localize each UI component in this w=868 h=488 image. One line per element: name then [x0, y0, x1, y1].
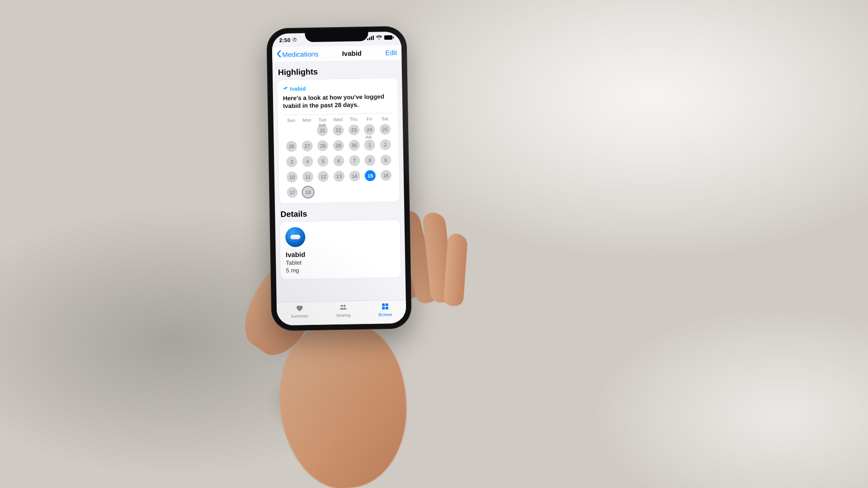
app-screen: 2:50: [272, 32, 406, 326]
calendar-day[interactable]: 8: [364, 155, 375, 165]
calendar-day[interactable]: 4: [302, 156, 313, 167]
calendar-day[interactable]: 10: [287, 171, 297, 182]
calendar-day[interactable]: 25: [380, 124, 391, 135]
svg-rect-1: [367, 38, 368, 40]
dow-mon: Mon: [299, 117, 315, 123]
svg-point-10: [344, 305, 346, 307]
calendar-cell: 25: [377, 124, 393, 135]
calendar-day[interactable]: 3: [286, 156, 297, 167]
tab-sharing[interactable]: Sharing: [336, 303, 351, 318]
highlights-heading: Highlights: [278, 66, 397, 78]
edit-button[interactable]: Edit: [385, 49, 397, 56]
tab-bar: Summary Sharing Browse: [277, 300, 406, 325]
calendar-cell: 2: [377, 139, 393, 150]
heart-icon: [294, 304, 304, 313]
calendar-day[interactable]: 6: [333, 155, 344, 166]
calendar-cell: 4: [300, 156, 316, 167]
calendar-day[interactable]: 12: [318, 171, 329, 182]
svg-point-9: [341, 305, 343, 307]
dnd-icon: [292, 37, 297, 43]
calendar-day[interactable]: 11: [302, 171, 313, 182]
med-chip: Ivabid: [283, 84, 392, 92]
calendar-day[interactable]: 9: [380, 155, 391, 165]
grid-icon: [380, 302, 390, 311]
calendar-cell: 9: [378, 155, 394, 166]
calendar-day[interactable]: 28: [317, 140, 328, 151]
calendar-cell: 3: [284, 156, 300, 167]
calendar-day[interactable]: 24: [364, 124, 375, 135]
calendar-day[interactable]: 14: [349, 170, 360, 181]
tab-summary[interactable]: Summary: [291, 304, 308, 319]
content-scroll[interactable]: Highlights Ivabid Here's a look at how y…: [273, 61, 406, 302]
details-heading: Details: [280, 207, 400, 219]
chevron-left-icon: [277, 50, 281, 59]
calendar-cell: 11: [300, 171, 316, 183]
calendar-day[interactable]: 23: [348, 124, 359, 135]
tab-browse[interactable]: Browse: [378, 302, 392, 317]
medication-form: Tablet: [286, 258, 395, 266]
calendar-cell: 30: [346, 140, 362, 151]
hand-shadow: [230, 333, 439, 462]
calendar-cell: 18: [300, 187, 316, 198]
svg-rect-3: [371, 36, 372, 40]
svg-rect-6: [385, 36, 391, 39]
back-button[interactable]: Medications: [277, 50, 318, 59]
calendar-cell: 12: [316, 171, 331, 182]
calendar-cell: 10: [284, 171, 300, 183]
calendar-cell: 17: [284, 187, 300, 198]
calendar-day[interactable]: 15: [365, 170, 376, 181]
dow-wed: Wed: [330, 117, 346, 122]
cellular-icon: [367, 36, 374, 40]
calendar-cell: 5: [315, 155, 331, 167]
calendar-day[interactable]: 29: [333, 140, 344, 151]
battery-icon: [384, 35, 394, 40]
svg-rect-2: [369, 38, 370, 40]
medication-strength: 5 mg: [286, 265, 395, 274]
calendar-day[interactable]: 13: [334, 171, 344, 182]
dow-tue: Tue: [315, 117, 330, 122]
calendar-day[interactable]: 1: [364, 139, 375, 150]
calendar-cell: 7: [346, 155, 362, 166]
calendar-day[interactable]: 7: [349, 155, 360, 166]
calendar-day[interactable]: 18: [302, 187, 313, 197]
calendar-day[interactable]: 26: [286, 141, 297, 151]
calendar-day[interactable]: 30: [349, 140, 359, 150]
calendar-grid: JUN JUL 21222324252627282930123456789101…: [283, 124, 394, 198]
medication-name: Ivabid: [286, 249, 395, 258]
device-notch: [305, 28, 368, 42]
calendar-day[interactable]: 16: [380, 170, 391, 181]
calendar-cell: 22: [330, 124, 346, 136]
dow-sun: Sun: [283, 117, 299, 123]
med-chip-label: Ivabid: [290, 85, 306, 92]
calendar-day[interactable]: 27: [302, 141, 312, 151]
calendar-day[interactable]: 22: [333, 125, 344, 136]
calendar-cell: 1: [362, 139, 377, 150]
month-label-jul: JUL: [365, 135, 373, 139]
weekday-header: Sun Mon Tue Wed Thu Fri Sat: [283, 116, 393, 123]
svg-rect-8: [283, 86, 288, 89]
svg-rect-11: [382, 304, 385, 306]
capsule-icon: [283, 85, 288, 92]
calendar-cell: 14: [347, 170, 363, 182]
svg-rect-14: [386, 307, 388, 310]
svg-rect-12: [385, 303, 388, 306]
tab-browse-label: Browse: [378, 312, 392, 317]
divider: [283, 113, 393, 115]
calendar-day[interactable]: 5: [318, 155, 329, 166]
photo-background: 2:50: [0, 0, 868, 488]
highlights-headline: Here's a look at how you've logged Ivabi…: [283, 93, 393, 110]
dow-thu: Thu: [346, 117, 362, 122]
dow-sat: Sat: [377, 116, 393, 122]
highlights-card[interactable]: Ivabid Here's a look at how you've logge…: [277, 78, 400, 203]
calendar-day[interactable]: 17: [287, 187, 298, 197]
calendar-day[interactable]: 2: [380, 139, 391, 150]
svg-rect-13: [382, 307, 385, 310]
calendar-cell: [283, 125, 299, 136]
medication-icon: [285, 227, 306, 247]
wifi-icon: [376, 35, 382, 40]
calendar-cell: 16: [378, 170, 394, 181]
clock-value: 2:50: [279, 37, 291, 43]
tablet-icon: [290, 235, 300, 239]
details-card[interactable]: Ivabid Tablet 5 mg: [280, 220, 401, 279]
calendar-cell: 6: [331, 155, 347, 166]
